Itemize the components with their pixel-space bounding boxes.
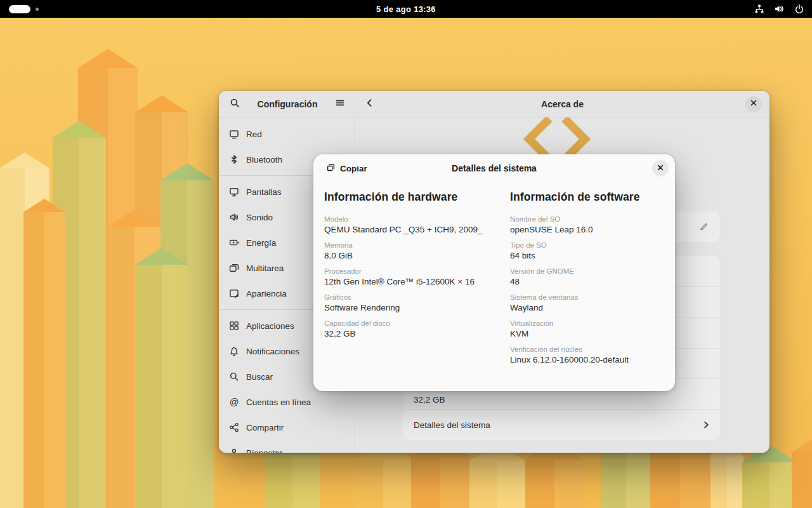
volume-icon — [774, 4, 785, 14]
disk-capacity-value: 32,2 GB — [414, 395, 445, 404]
window-close-button[interactable] — [745, 96, 762, 112]
headerbar: Configuración Acerca de — [219, 91, 769, 117]
wallpaper-column — [792, 438, 812, 508]
field-version-gnome: Versión de GNOME 48 — [510, 267, 664, 287]
share-icon — [229, 422, 239, 432]
sidebar-label: Notificaciones — [246, 347, 299, 356]
copy-label: Copiar — [340, 164, 367, 173]
system-details-label: Detalles del sistema — [414, 410, 490, 439]
sidebar-label: Aplicaciones — [246, 321, 294, 331]
windows-icon — [229, 263, 239, 273]
field-memoria: Memoria 8,0 GiB — [324, 241, 497, 261]
dialog-title: Detalles del sistema — [351, 163, 637, 173]
copy-button[interactable]: Copiar — [320, 159, 374, 178]
copy-icon — [326, 163, 336, 174]
wallpaper-column — [710, 444, 743, 508]
sidebar-label: Pantallas — [246, 187, 282, 197]
field-capacidad-disco: Capacidad del disco 32,2 GB — [324, 319, 497, 339]
main-menu-button[interactable] — [331, 95, 350, 114]
apps-grid-icon — [229, 321, 239, 331]
dialog-header: Copiar Detalles del sistema — [313, 154, 675, 182]
app-title: Configuración — [244, 99, 331, 109]
sidebar-label: Apariencia — [246, 289, 287, 298]
search-button[interactable] — [225, 95, 244, 114]
sidebar-headerbar: Configuración — [219, 91, 355, 117]
network-icon — [754, 4, 764, 14]
search-icon — [230, 98, 240, 110]
field-modelo: Modelo QEMU Standard PC _Q35 + ICH9, 200… — [324, 215, 497, 235]
at-sign-icon: @ — [229, 397, 239, 407]
system-status-area[interactable] — [754, 0, 804, 18]
wallpaper-column — [135, 248, 188, 508]
field-procesador: Procesador 12th Gen Intel® Core™ i5-1260… — [324, 267, 497, 287]
page-title: Acerca de — [381, 99, 744, 109]
speaker-icon — [229, 212, 239, 222]
field-graficos: Gráficos Software Rendering — [324, 293, 497, 313]
pencil-icon — [698, 221, 709, 233]
wallpaper-column — [469, 443, 525, 508]
sidebar-label: Cuentas en línea — [246, 398, 311, 407]
person-icon — [229, 448, 239, 453]
hamburger-menu-icon — [335, 98, 345, 110]
network-icon — [229, 129, 239, 139]
sidebar-item-bienestar[interactable]: Bienestar — [223, 440, 351, 453]
search-icon — [229, 371, 239, 382]
software-info-section: Información de software Nombre del SO op… — [510, 190, 664, 371]
appearance-icon — [229, 288, 239, 298]
battery-icon — [229, 237, 239, 248]
clock[interactable]: 5 de ago 13:36 — [0, 4, 812, 14]
power-icon — [794, 4, 804, 14]
dialog-close-button[interactable] — [652, 160, 669, 177]
sidebar-label: Sonido — [246, 213, 273, 222]
wallpaper-column — [742, 444, 797, 508]
sidebar-label: Red — [246, 130, 262, 139]
close-icon — [750, 99, 757, 109]
sidebar-label: Bluetooth — [246, 155, 282, 164]
sidebar-label: Multitarea — [246, 264, 284, 273]
system-details-row[interactable]: Detalles del sistema — [403, 409, 720, 439]
back-button[interactable] — [360, 95, 379, 114]
field-tipo-so: Tipo de SO 64 bits — [510, 241, 664, 261]
field-sistema-ventanas: Sistema de ventanas Wayland — [510, 293, 664, 313]
field-virtualizacion: Virtualización KVM — [510, 319, 664, 339]
chevron-right-icon — [701, 410, 711, 439]
sidebar-item-red[interactable]: Red — [223, 121, 351, 147]
close-icon — [657, 164, 664, 173]
hardware-info-section: Información de hardware Modelo QEMU Stan… — [324, 190, 510, 371]
display-icon — [229, 187, 239, 197]
sidebar-label: Energía — [246, 238, 276, 248]
bluetooth-icon — [229, 154, 239, 164]
chevron-left-icon — [365, 98, 375, 110]
hardware-heading: Información de hardware — [324, 190, 497, 204]
edit-device-name-button[interactable] — [693, 217, 714, 237]
page-headerbar: Acerca de — [355, 91, 769, 117]
dialog-body: Información de hardware Modelo QEMU Stan… — [313, 182, 675, 371]
sidebar-label: Compartir — [246, 423, 284, 432]
wallpaper-column — [23, 199, 65, 508]
sidebar-label: Buscar — [246, 372, 273, 382]
software-heading: Información de software — [510, 190, 664, 204]
sidebar-item-compartir[interactable]: Compartir — [223, 415, 351, 440]
bell-icon — [229, 346, 239, 356]
gnome-top-bar: 5 de ago 13:36 — [0, 0, 812, 18]
system-details-dialog: Copiar Detalles del sistema Información … — [313, 154, 675, 391]
field-verificacion-nucleo: Verificación del núcleo Linux 6.12.0-160… — [510, 345, 664, 365]
field-nombre-so: Nombre del SO openSUSE Leap 16.0 — [510, 215, 664, 235]
svg-text:@: @ — [230, 397, 239, 407]
sidebar-label: Bienestar — [246, 448, 282, 453]
sidebar-item-cuentas[interactable]: @ Cuentas en línea — [223, 389, 351, 415]
